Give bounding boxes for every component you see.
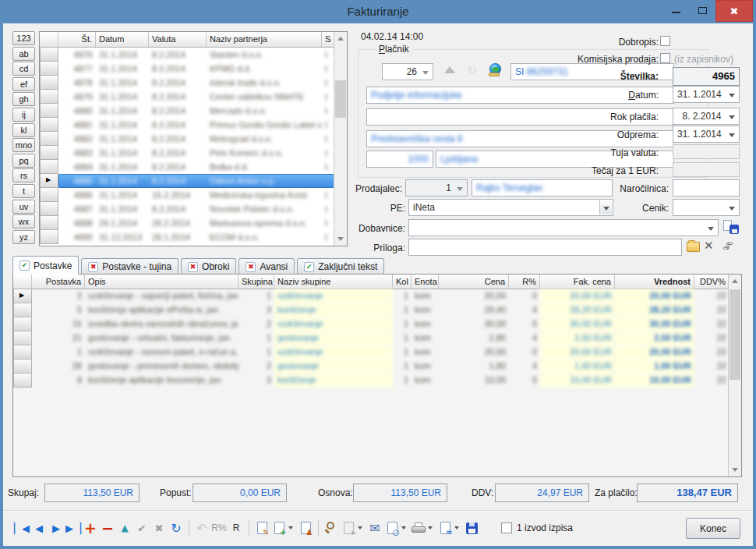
alpha-index-button-pq[interactable]: pq (12, 154, 35, 168)
rabat-button[interactable]: R (228, 519, 244, 537)
partner-row[interactable]: 488131.1.20148.2.2014Primus Gordis Gordi… (40, 118, 347, 132)
partner-row[interactable]: 489031.12.201328.1.2014ECOM d.o.o.t (40, 230, 347, 244)
item-row-selector[interactable] (13, 374, 32, 388)
email-icon[interactable]: ✉ (367, 519, 383, 537)
delete-record-icon[interactable]: − (100, 519, 115, 537)
partner-row[interactable]: 487931.1.20148.2.2014Center oddelkov NNH… (40, 90, 347, 104)
add-record-icon[interactable]: + (83, 519, 98, 537)
datum-combo[interactable]: 31. 1.2014 (673, 86, 740, 103)
dobavnice-combo[interactable] (408, 219, 719, 236)
partner-row-selector[interactable]: ▶ (40, 174, 58, 188)
alpha-index-button-mno[interactable]: mno (12, 138, 35, 152)
scrollbar-thumb[interactable] (335, 80, 346, 118)
partner-row[interactable]: 487731.1.20148.2.2014KPMG d.d.t (40, 62, 347, 76)
partner-row-selector[interactable] (40, 230, 58, 244)
partner-row[interactable]: 488331.1.20148.2.2014Peto Komerc d.o.o.t (40, 146, 347, 160)
customer-document-icon[interactable]: ♟ (298, 519, 313, 537)
nav-next-icon[interactable]: ▶ (48, 519, 64, 537)
item-row-selector[interactable] (13, 317, 32, 331)
partner-row-selector[interactable] (40, 160, 58, 174)
cenik-combo[interactable] (673, 199, 740, 216)
partner-row[interactable]: 488231.1.20148.2.2014Metrograd d.o.o.t (40, 132, 347, 146)
partner-row-selector[interactable] (40, 216, 58, 230)
nav-first-icon[interactable]: ▏◀ (14, 519, 30, 537)
cancel-icon[interactable]: ✖ (151, 519, 167, 537)
item-row-selector[interactable] (13, 331, 32, 345)
partner-row[interactable]: ▶488531.1.20148.2.2014Odeon Anton s.p. (40, 174, 347, 188)
item-row[interactable]: 5koriščenje aplikacije ePošta.si, jan3ko… (13, 303, 741, 317)
export-dropdown[interactable] (358, 519, 366, 537)
browse-attachment-icon[interactable] (687, 242, 700, 252)
alpha-index-button-t[interactable]: t (12, 184, 35, 198)
scrollbar-thumb[interactable] (730, 289, 740, 380)
print-icon[interactable] (411, 519, 426, 537)
partner-row-selector[interactable] (40, 104, 58, 118)
confirm-icon[interactable]: ✔ (134, 519, 150, 537)
partner-row-selector[interactable] (40, 132, 58, 146)
item-row[interactable]: 28gostovanje - prenesenih domen, obdobje… (13, 360, 741, 374)
alpha-index-button-ab[interactable]: ab (12, 47, 35, 61)
maximize-button[interactable] (689, 0, 715, 19)
alpha-index-button-123[interactable]: 123 (12, 31, 35, 45)
print-preview-dropdown[interactable] (401, 519, 409, 537)
alpha-index-button-uv[interactable]: uv (12, 200, 35, 214)
partner-row[interactable]: 488031.1.20148.2.2014Mercado d.o.o.t (40, 104, 347, 118)
partner-row-selector[interactable] (40, 146, 58, 160)
prodajalec-combo[interactable]: 1 (405, 179, 468, 197)
search-icon[interactable] (323, 519, 339, 537)
export-document-icon[interactable]: ▸ (341, 519, 356, 537)
scroll-up-icon[interactable] (729, 274, 741, 288)
priloga-field[interactable] (408, 239, 682, 256)
edit-record-icon[interactable]: ▲ (117, 519, 132, 537)
report-icon[interactable]: ≡ (437, 519, 453, 537)
item-row[interactable]: 15izvedba okvira varnostnih obračunov, j… (13, 317, 741, 331)
nav-prev-icon[interactable]: ◀ (31, 519, 47, 537)
item-row-selector[interactable] (13, 303, 32, 317)
edit-document-icon[interactable]: ✎ (254, 519, 270, 537)
tab-avansi[interactable]: ✖Avansi (238, 258, 295, 274)
items-table-scrollbar[interactable] (728, 274, 741, 476)
alpha-index-button-rs[interactable]: rs (12, 168, 35, 182)
narocilnica-field[interactable] (673, 179, 740, 197)
partner-row[interactable]: 488631.1.201415.2.2014Medicinska trgovin… (40, 188, 347, 202)
partner-row-selector[interactable] (40, 48, 58, 62)
tab-obroki[interactable]: ✖Obroki (181, 258, 236, 274)
undo-icon[interactable]: ↶ (194, 519, 210, 537)
remove-attachment-icon[interactable]: ✕ (704, 239, 714, 253)
alpha-index-button-ij[interactable]: ij (12, 108, 35, 122)
tab-postavke-tujina[interactable]: ✖Postavke - tujina (81, 258, 178, 274)
partner-row[interactable]: 487631.1.20148.2.2014Stanten d.o.o.t (40, 48, 347, 62)
web-lookup-icon[interactable] (489, 63, 501, 75)
refresh-icon[interactable]: ↻ (168, 519, 184, 537)
partner-row[interactable]: 488431.1.20148.2.2014Brdka d.d.t (40, 160, 347, 174)
partner-row-selector[interactable] (40, 62, 58, 76)
alpha-index-button-yz[interactable]: yz (12, 230, 35, 244)
tab-postavke[interactable]: ✔Postavke (12, 256, 79, 274)
item-row-selector[interactable] (13, 345, 32, 360)
minimize-button[interactable] (662, 0, 689, 19)
alpha-index-button-gh[interactable]: gh (12, 92, 35, 106)
partner-row-selector[interactable] (40, 202, 58, 216)
payer-up-icon[interactable] (444, 66, 455, 73)
attachment-clip-icon[interactable]: 🖇︎ (722, 239, 733, 252)
print-preview-icon[interactable]: ○ (384, 519, 400, 537)
save-icon[interactable] (464, 519, 479, 537)
partner-row-selector[interactable] (40, 76, 58, 90)
scroll-down-icon[interactable] (729, 463, 741, 476)
payer-number-combo[interactable]: 26 (382, 63, 433, 80)
prodajalec-name-field[interactable]: Rajko Terseglav (472, 179, 613, 197)
payer-postal-field[interactable]: 1000 (366, 151, 433, 168)
nav-last-icon[interactable]: ▶▕ (65, 519, 81, 537)
konec-button[interactable]: Konec (686, 518, 740, 539)
dobropis-checkbox[interactable] (660, 36, 670, 46)
alpha-index-button-ef[interactable]: ef (12, 77, 35, 91)
new-document-icon[interactable]: + (271, 519, 287, 537)
komisijska-checkbox[interactable] (660, 53, 670, 63)
report-dropdown[interactable] (454, 519, 462, 537)
item-row-selector[interactable] (13, 360, 32, 374)
pe-combo-button[interactable] (599, 200, 612, 214)
alpha-index-button-kl[interactable]: kl (12, 123, 35, 137)
partner-row[interactable]: 488731.1.20148.2.2014Novotek Polster d.o… (40, 202, 347, 216)
item-row[interactable]: 1vzdrževanje - osnovni paket, e-račun a,… (13, 345, 741, 360)
new-document-dropdown[interactable] (288, 519, 296, 537)
